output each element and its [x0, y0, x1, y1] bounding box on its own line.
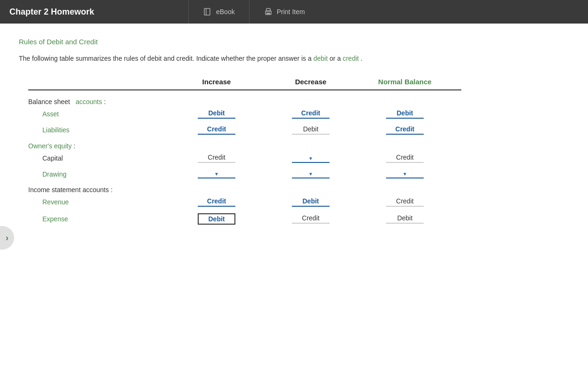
expense-decrease-value: Credit [292, 214, 330, 224]
revenue-label: Revenue [28, 198, 169, 206]
asset-normal-cell: Debit [358, 109, 452, 119]
tab-ebook[interactable]: eBook [188, 0, 249, 24]
asset-decrease-value: Credit [292, 109, 330, 119]
income-statement-colon: : [111, 186, 113, 194]
drawing-normal-cell[interactable]: ▼ [358, 170, 452, 178]
print-icon [264, 7, 273, 16]
print-tab-label: Print Item [277, 8, 305, 16]
tab-print[interactable]: Print Item [249, 0, 319, 24]
revenue-row: Revenue Credit Debit Credit [28, 197, 461, 207]
liabilities-row: Liabilities Credit Debit Credit [28, 125, 461, 135]
ebook-tab-label: eBook [216, 8, 235, 16]
revenue-increase-cell: Credit [169, 197, 264, 207]
owners-equity-text: Owner's equity [28, 142, 72, 150]
capital-decrease-arrow: ▼ [308, 156, 313, 161]
expense-decrease-cell: Credit [264, 214, 358, 224]
capital-decrease-dropdown[interactable]: ▼ [292, 156, 330, 163]
revenue-decrease-cell: Debit [264, 197, 358, 207]
drawing-decrease-cell[interactable]: ▼ [264, 170, 358, 178]
income-statement-section-label: Income statement accounts: [28, 186, 461, 194]
liabilities-decrease-cell: Debit [264, 125, 358, 135]
expense-normal-cell: Debit [358, 214, 452, 224]
drawing-decrease-dropdown[interactable]: ▼ [292, 171, 330, 178]
asset-decrease-cell: Credit [264, 109, 358, 119]
asset-row: Asset Debit Credit Debit [28, 109, 461, 119]
asset-label: Asset [28, 110, 169, 118]
book-icon [203, 7, 212, 16]
intro-text-start: The following table summarizes the rules… [19, 55, 312, 62]
capital-increase-cell: Credit [169, 154, 264, 163]
owners-equity-section-label: Owner's equity: [28, 142, 461, 150]
liabilities-normal-value: Credit [386, 125, 424, 135]
capital-normal-cell: Credit [358, 154, 452, 163]
svg-rect-4 [266, 13, 270, 14]
main-content: Rules of Debit and Credit The following … [0, 24, 588, 245]
asset-increase-cell: Debit [169, 109, 264, 119]
revenue-normal-value: Credit [386, 197, 424, 207]
expense-increase-cell: Debit [169, 213, 264, 225]
drawing-increase-cell[interactable]: ▼ [169, 170, 264, 178]
expense-normal-value: Debit [386, 214, 424, 224]
expense-row: Expense Debit Credit Debit [28, 213, 461, 225]
liabilities-decrease-value: Debit [292, 125, 330, 135]
svg-rect-0 [204, 8, 210, 15]
col-header-decrease: Decrease [264, 78, 358, 86]
col-header-increase: Increase [169, 78, 264, 86]
income-statement-text: Income statement accounts [28, 186, 109, 194]
asset-increase-value: Debit [198, 109, 235, 119]
drawing-decrease-arrow: ▼ [308, 171, 313, 177]
balance-sheet-accounts: accounts [76, 98, 102, 105]
rules-table: Increase Decrease Normal Balance Balance… [28, 78, 461, 225]
col-header-normal: Normal Balance [358, 78, 452, 86]
expense-increase-value: Debit [198, 213, 235, 225]
liabilities-normal-cell: Credit [358, 125, 452, 135]
revenue-increase-value: Credit [198, 197, 235, 207]
expense-label: Expense [28, 215, 169, 223]
svg-rect-1 [206, 8, 207, 15]
drawing-increase-dropdown[interactable]: ▼ [198, 171, 235, 178]
owners-equity-colon: : [73, 142, 75, 150]
capital-increase-value: Credit [198, 154, 235, 163]
drawing-increase-arrow: ▼ [214, 171, 219, 177]
liabilities-increase-cell: Credit [169, 125, 264, 135]
page-title: Chapter 2 Homework [0, 7, 188, 17]
drawing-normal-dropdown[interactable]: ▼ [386, 171, 424, 178]
drawing-normal-arrow: ▼ [403, 171, 407, 177]
liabilities-increase-value: Credit [198, 125, 235, 135]
capital-label: Capital [28, 154, 169, 162]
section-title: Rules of Debit and Credit [19, 38, 569, 46]
intro-credit-link[interactable]: credit [343, 55, 359, 62]
balance-sheet-colon: : [104, 98, 106, 105]
col-header-label [28, 78, 169, 86]
intro-debit-link[interactable]: debit [314, 55, 328, 62]
revenue-decrease-value: Debit [292, 197, 330, 207]
capital-decrease-cell[interactable]: ▼ [264, 154, 358, 163]
drawing-label: Drawing [28, 170, 169, 178]
intro-end: . [361, 55, 362, 62]
intro-paragraph: The following table summarizes the rules… [19, 53, 569, 64]
capital-normal-value: Credit [386, 154, 424, 163]
page-header: Chapter 2 Homework eBook Print Item [0, 0, 588, 24]
drawing-row: Drawing ▼ ▼ ▼ [28, 170, 461, 178]
intro-or-text: or a [330, 55, 343, 62]
balance-sheet-text: Balance sheet [28, 98, 70, 105]
table-header-row: Increase Decrease Normal Balance [28, 78, 461, 90]
liabilities-label: Liabilities [28, 126, 169, 134]
capital-row: Capital Credit ▼ Credit [28, 154, 461, 163]
asset-normal-value: Debit [386, 109, 424, 119]
balance-sheet-section-label: Balance sheet accounts: [28, 98, 461, 105]
revenue-normal-cell: Credit [358, 197, 452, 207]
